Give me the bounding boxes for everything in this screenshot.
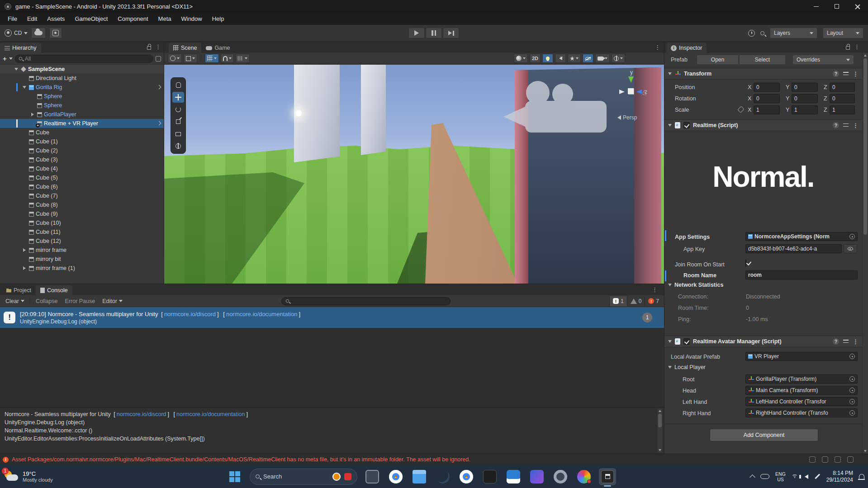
step-button[interactable] [443,28,459,38]
position-z-field[interactable]: 0 [830,83,855,92]
local-player-foldout[interactable]: Local Player [668,364,706,370]
tab-inspector[interactable]: i Inspector [666,43,707,53]
create-add-button[interactable]: + [3,55,7,62]
menu-window[interactable]: Window [176,13,207,25]
pen-icon[interactable] [815,474,820,479]
menu-file[interactable]: File [3,13,22,25]
object-picker-icon[interactable] [849,388,855,393]
search-icon[interactable] [760,31,764,35]
taskbar-chrome-2[interactable] [458,468,475,485]
kebab-menu-icon[interactable]: ⋮ [853,71,859,77]
detail-scrollbar[interactable] [657,408,663,453]
hierarchy-item[interactable]: Cube (12) [0,237,164,246]
prefab-open-chevron[interactable] [157,121,161,126]
avatar-manager-header[interactable]: Realtime Avatar Manager (Script) ? ⋮ [664,336,862,347]
orientation-gizmo[interactable]: y z Persp [617,69,657,133]
kebab-menu-icon[interactable]: ⋮ [853,123,859,128]
hierarchy-item[interactable]: Cube [0,128,164,137]
view-hand-tool[interactable] [172,80,184,90]
info-filter-button[interactable]: !1 [609,296,627,306]
prefab-overrides-dropdown[interactable]: Overrides [792,55,854,65]
realtime-script-header[interactable]: Realtime (Script) ? ⋮ [664,119,862,131]
undo-history-icon[interactable] [748,30,755,37]
hierarchy-item[interactable]: Cube (7) [0,191,164,200]
presets-icon[interactable] [843,339,849,344]
hierarchy-search-input[interactable]: All [15,55,153,63]
tab-scene[interactable]: Scene [169,43,201,53]
collab-icon[interactable] [822,456,828,463]
tab-hierarchy[interactable]: Hierarchy [0,43,41,53]
kebab-menu-icon[interactable]: ⋮ [652,287,658,293]
clock[interactable]: 8:14 PM 29/11/2024 [826,470,853,483]
axis-z-cone[interactable] [636,90,642,94]
hierarchy-item[interactable]: Cube (3) [0,155,164,164]
hierarchy-item-selected[interactable]: Realtime + VR Player [0,119,164,128]
scale-z-field[interactable]: 1 [830,105,855,114]
tab-game[interactable]: Game [201,43,234,53]
scene-camera-settings-button[interactable] [595,54,610,63]
scale-x-field[interactable]: 1 [754,105,780,114]
scene-viewport[interactable]: y z Persp [164,65,664,284]
taskbar-microsoft-store[interactable] [505,468,522,485]
object-picker-icon[interactable] [849,234,855,239]
tool-settings-button[interactable] [168,54,182,63]
taskbar-chrome[interactable] [387,468,404,485]
minimize-button[interactable] [806,0,826,13]
scrollbar-thumb[interactable] [863,58,867,235]
gizmos-dropdown-button[interactable] [612,54,625,63]
lighting-toggle-button[interactable] [542,54,553,63]
axis-x-cone[interactable] [619,90,625,94]
head-object-field[interactable]: Main Camera (Transform) [745,386,858,395]
error-filter-button[interactable]: !7 [645,296,662,306]
room-name-field[interactable]: room [745,270,858,280]
menu-help[interactable]: Help [207,13,229,25]
network-statistics-foldout[interactable]: Network Statistics [668,282,723,288]
taskbar-terminal[interactable] [481,468,498,485]
package-manager-button[interactable] [49,28,62,38]
mute-icon[interactable] [809,456,816,463]
help-icon[interactable]: ? [833,71,839,77]
menu-component[interactable]: Component [113,13,153,25]
console-detail-pane[interactable]: Normcore - Seamless multiplayer for Unit… [0,407,664,454]
axis-center-cube[interactable] [628,88,634,94]
prefab-select-button[interactable]: Select [739,55,786,65]
rotate-tool[interactable] [172,104,184,115]
grid-snapping-button[interactable] [205,54,219,63]
reveal-key-button[interactable] [844,244,857,253]
taskbar-app-window[interactable] [364,468,381,485]
object-picker-icon[interactable] [849,410,855,416]
discord-link[interactable]: normcore.io/discord [117,411,166,417]
help-icon[interactable]: ? [833,338,839,345]
tab-console[interactable]: Console [36,285,72,295]
effects-dropdown-button[interactable] [568,54,581,63]
presets-icon[interactable] [843,71,849,76]
hierarchy-item-prefab[interactable]: Gorilla Rig [0,83,164,92]
hierarchy-item[interactable]: Directional Light [0,74,164,83]
move-tool[interactable] [172,92,184,103]
language-switcher[interactable]: ENG US [775,471,786,482]
link-scale-icon[interactable] [737,106,745,113]
perspective-toggle[interactable]: Persp [617,114,637,121]
taskbar-steam[interactable] [434,468,451,485]
notifications-bell-icon[interactable] [859,474,864,479]
object-picker-icon[interactable] [849,376,855,382]
taskbar-browser-beta[interactable] [575,468,593,485]
left-hand-object-field[interactable]: LeftHand Controller (Transfor [745,397,858,406]
console-log-entry-selected[interactable]: ! [20:09:10] Normcore - Seamless multipl… [0,307,664,328]
lock-icon[interactable] [147,46,151,50]
menu-assets[interactable]: Assets [42,13,70,25]
scroll-down-icon[interactable] [659,449,661,451]
pause-button[interactable] [426,28,442,38]
volume-icon[interactable] [805,474,808,479]
notifications-icon[interactable] [835,456,841,463]
scale-y-field[interactable]: 1 [792,105,818,114]
play-button[interactable] [408,28,425,38]
menu-gameobject[interactable]: GameObject [70,13,113,25]
rotation-y-field[interactable]: 0 [792,94,818,103]
local-avatar-object-field[interactable]: VR Player [745,352,858,361]
root-object-field[interactable]: GorillaPlayer (Transform) [745,374,858,384]
app-key-field[interactable]: d5b8343f-b907-4e62-adc4-a [745,244,842,253]
kebab-menu-icon[interactable]: ⋮ [655,44,660,50]
hierarchy-item[interactable]: mirrory bit [0,255,164,264]
taskbar-search[interactable]: Search [250,469,357,485]
